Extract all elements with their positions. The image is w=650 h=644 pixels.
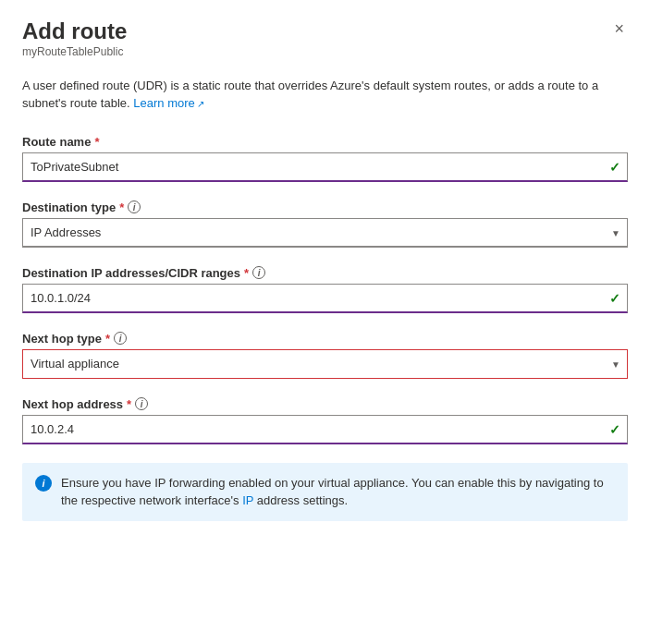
next-hop-address-input[interactable] (22, 415, 628, 444)
close-button[interactable]: × (610, 18, 628, 39)
add-route-panel: Add route myRouteTablePublic × A user de… (0, 0, 650, 644)
destination-cidr-input-wrapper: ✓ (22, 284, 628, 313)
next-hop-type-select[interactable]: Virtual appliance VirtualNetworkGateway … (22, 349, 628, 379)
ip-forwarding-info-banner: i Ensure you have IP forwarding enabled … (22, 463, 628, 521)
info-banner-text: Ensure you have IP forwarding enabled on… (61, 474, 615, 510)
info-banner-icon: i (35, 475, 52, 492)
route-name-label: Route name * (22, 135, 628, 149)
next-hop-address-label: Next hop address * i (22, 397, 628, 411)
next-hop-type-label: Next hop type * i (22, 332, 628, 346)
destination-type-chevron-icon: ▼ (611, 227, 620, 237)
next-hop-address-group: Next hop address * i ✓ (22, 397, 628, 444)
destination-cidr-group: Destination IP addresses/CIDR ranges * i… (22, 266, 628, 313)
destination-cidr-info-icon[interactable]: i (252, 266, 265, 279)
panel-subtitle: myRouteTablePublic (22, 45, 127, 58)
next-hop-type-group: Next hop type * i Virtual appliance Virt… (22, 332, 628, 379)
ip-address-settings-link[interactable]: IP (242, 493, 257, 507)
next-hop-address-input-wrapper: ✓ (22, 415, 628, 444)
destination-cidr-required: * (244, 266, 249, 280)
destination-cidr-input[interactable] (22, 284, 628, 313)
external-link-icon: ↗ (197, 97, 204, 111)
panel-header: Add route myRouteTablePublic × (22, 18, 628, 73)
destination-type-select[interactable]: IP Addresses Service Tag VirtualNetwork (22, 218, 628, 248)
route-name-check-icon: ✓ (609, 160, 620, 175)
route-name-required: * (94, 135, 99, 149)
route-name-input[interactable] (22, 152, 628, 182)
destination-type-info-icon[interactable]: i (128, 200, 141, 213)
next-hop-address-required: * (127, 397, 131, 411)
destination-type-label: Destination type * i (22, 200, 628, 214)
destination-type-group: Destination type * i IP Addresses Servic… (22, 200, 628, 248)
next-hop-type-info-icon[interactable]: i (114, 332, 127, 345)
description-text: A user defined route (UDR) is a static r… (22, 77, 628, 113)
next-hop-address-check-icon: ✓ (609, 422, 620, 437)
destination-type-select-wrapper: IP Addresses Service Tag VirtualNetwork … (22, 218, 628, 248)
learn-more-link[interactable]: Learn more↗ (133, 96, 203, 110)
destination-cidr-check-icon: ✓ (609, 291, 620, 306)
next-hop-type-chevron-icon: ▼ (611, 358, 620, 369)
route-name-input-wrapper: ✓ (22, 152, 628, 182)
next-hop-type-required: * (105, 332, 110, 346)
destination-cidr-label: Destination IP addresses/CIDR ranges * i (22, 266, 628, 280)
panel-title: Add route (22, 18, 127, 45)
route-name-group: Route name * ✓ (22, 135, 628, 182)
destination-type-required: * (119, 200, 124, 214)
next-hop-type-select-wrapper: Virtual appliance VirtualNetworkGateway … (22, 349, 628, 379)
next-hop-address-info-icon[interactable]: i (135, 397, 148, 410)
